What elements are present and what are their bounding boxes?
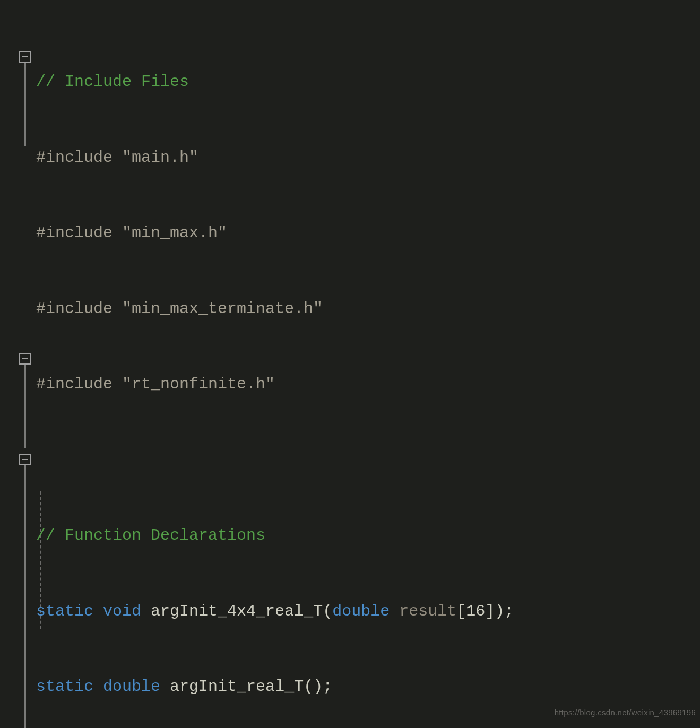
string: "main.h" — [122, 149, 198, 167]
code-line: #include "rt_nonfinite.h" — [36, 372, 533, 397]
string: "min_max.h" — [122, 224, 227, 242]
watermark: https://blog.csdn.net/weixin_43969196 — [555, 700, 696, 725]
comment: // Include Files — [36, 73, 189, 91]
fold-line-1 — [24, 63, 26, 146]
keyword: double — [332, 602, 390, 620]
fold-toggle-2[interactable] — [19, 353, 31, 365]
keyword: static — [36, 678, 93, 696]
preprocessor: #include — [36, 300, 122, 318]
identifier: argInit_real_T — [170, 678, 304, 696]
code-line: static void argInit_4x4_real_T(double re… — [36, 599, 533, 625]
fold-line-2 — [24, 365, 26, 448]
string: "min_max_terminate.h" — [122, 300, 323, 318]
code-line: // Function Declarations — [36, 523, 533, 549]
code-area: // Include Files #include "main.h" #incl… — [36, 19, 533, 728]
fold-line-3 — [24, 465, 26, 728]
code-line: static double argInit_real_T(); — [36, 674, 533, 700]
keyword: double — [103, 678, 160, 696]
code-line: #include "main.h" — [36, 145, 533, 171]
preprocessor: #include — [36, 224, 122, 242]
preprocessor: #include — [36, 375, 122, 393]
number: 16 — [466, 602, 485, 620]
keyword: void — [103, 602, 141, 620]
keyword: static — [36, 602, 93, 620]
code-line: #include "min_max_terminate.h" — [36, 297, 533, 322]
gutter — [0, 0, 35, 728]
code-editor: // Include Files #include "main.h" #incl… — [0, 0, 700, 728]
string: "rt_nonfinite.h" — [122, 375, 275, 393]
fold-toggle-1[interactable] — [19, 51, 31, 63]
param: result — [399, 602, 456, 620]
code-line — [36, 448, 533, 473]
code-line: // Include Files — [36, 70, 533, 95]
comment: // Function Declarations — [36, 526, 265, 544]
code-line: #include "min_max.h" — [36, 221, 533, 246]
identifier: argInit_4x4_real_T — [151, 602, 323, 620]
fold-toggle-3[interactable] — [19, 454, 31, 465]
preprocessor: #include — [36, 149, 122, 167]
